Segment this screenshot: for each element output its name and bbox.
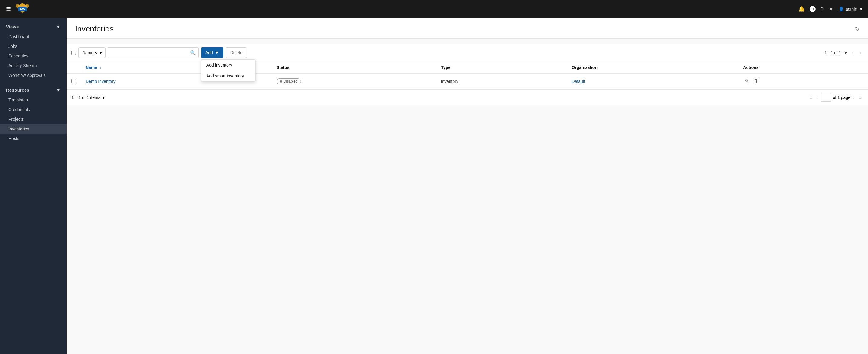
col-status-header: Status [272,62,436,73]
items-dropdown-icon[interactable]: ▼ [102,95,106,100]
col-checkbox [67,62,81,73]
awx-logo: AWX [16,2,29,16]
sidebar-views-chevron: ▼ [56,24,61,29]
sidebar-item-jobs[interactable]: Jobs [0,41,67,51]
filter-select-wrapper: Name ▼ [79,47,105,58]
help-icon[interactable]: ? [820,6,824,12]
add-dropdown-menu: Add inventory Add smart inventory [201,59,256,82]
edit-action-button[interactable]: ✎ [743,77,751,85]
settings-dropdown-icon[interactable]: ▼ [828,6,834,12]
filter-select[interactable]: Name [81,50,99,55]
sidebar-item-credentials[interactable]: Credentials [0,105,67,115]
search-button[interactable]: 🔍 [190,50,196,56]
notification-count[interactable]: 0 [810,6,816,12]
sidebar-item-label: Schedules [8,54,28,58]
next-page-button[interactable]: › [858,49,863,56]
status-dot-icon [280,80,282,83]
sidebar-item-activity-stream[interactable]: Activity Stream [0,61,67,70]
sidebar-item-label: Inventories [8,126,29,131]
delete-button[interactable]: Delete [226,47,247,58]
row-checkbox[interactable] [71,79,76,83]
sidebar-item-label: Jobs [8,44,18,49]
copy-action-button[interactable]: 🗍 [752,77,760,85]
svg-text:AWX: AWX [19,8,26,11]
organization-link[interactable]: Default [571,79,585,84]
footer-prev-button[interactable]: ‹ [815,94,819,101]
sidebar-views-section: Views ▼ Dashboard Jobs Schedules Activit… [0,18,67,82]
user-menu[interactable]: 👤 admin ▼ [839,7,863,11]
add-inventory-option[interactable]: Add inventory [202,60,255,70]
last-page-button[interactable]: » [858,94,863,101]
add-dropdown-container: Add ▼ Add inventory Add smart inventory [201,47,223,58]
status-badge: Disabled [277,78,301,85]
add-button[interactable]: Add ▼ [201,47,223,58]
footer-pagination: « ‹ 1 of 1 page › » [808,93,863,102]
items-count: 1 – 1 of 1 items [71,95,100,100]
inventory-type: Inventory [441,79,458,84]
inventories-table-container: Name ▼ 🔍 Add ▼ Add inventory [67,43,868,105]
table-footer: 1 – 1 of 1 items ▼ « ‹ 1 of 1 page › » [67,89,868,105]
content-header: Inventories ↻ [67,18,868,39]
toolbar-pagination: 1 - 1 of 1 ▼ ‹ › [825,49,863,56]
add-inventory-label: Add inventory [206,63,232,67]
sidebar-item-hosts[interactable]: Hosts [0,134,67,143]
search-input[interactable] [111,50,190,55]
sidebar-resources-header[interactable]: Resources ▼ [0,85,67,95]
row-status-cell: Disabled [272,73,436,89]
row-checkbox-cell [67,73,81,89]
user-icon: 👤 [839,7,844,11]
add-smart-inventory-option[interactable]: Add smart inventory [202,70,255,82]
inventories-table: Name ↑ Status Type Organization [67,62,868,89]
sidebar-item-label: Dashboard [8,34,29,39]
add-label: Add [206,50,213,55]
row-actions-cell: ✎ 🗍 [738,73,868,89]
inventory-name-link[interactable]: Demo Inventory [86,79,116,84]
username-label: admin [846,7,857,11]
sidebar-item-label: Projects [8,117,24,122]
notification-bell[interactable]: 🔔 [798,6,805,12]
row-type-cell: Inventory [436,73,567,89]
sidebar-resources-chevron: ▼ [56,88,61,93]
sidebar-item-dashboard[interactable]: Dashboard [0,32,67,41]
sidebar-item-projects[interactable]: Projects [0,115,67,124]
table-row: Demo Inventory Disabled Inventory [67,73,868,89]
search-input-wrapper: 🔍 [108,47,199,58]
topbar: ☰ AWX 🔔 0 ? ▼ 👤 admin ▼ [0,0,868,18]
sidebar-resources-label: Resources [6,88,29,93]
content-area: Inventories ↻ Name ▼ 🔍 [67,18,868,354]
refresh-button[interactable]: ↻ [855,26,860,32]
sidebar-item-label: Credentials [8,107,30,112]
logo: AWX [16,2,29,16]
footer-next-button[interactable]: › [852,94,856,101]
sidebar: Views ▼ Dashboard Jobs Schedules Activit… [0,18,67,354]
topbar-left: ☰ AWX [5,2,29,16]
table-toolbar: Name ▼ 🔍 Add ▼ Add inventory [67,43,868,62]
row-organization-cell: Default [567,73,738,89]
col-actions-header: Actions [738,62,868,73]
sidebar-item-templates[interactable]: Templates [0,95,67,105]
sidebar-views-header[interactable]: Views ▼ [0,22,67,32]
add-smart-inventory-label: Add smart inventory [206,73,244,78]
pagination-info: 1 - 1 of 1 [825,50,841,55]
first-page-button[interactable]: « [808,94,813,101]
sidebar-resources-section: Resources ▼ Templates Credentials Projec… [0,82,67,144]
main-layout: Views ▼ Dashboard Jobs Schedules Activit… [0,18,868,354]
name-sort-button[interactable]: Name ↑ [86,65,101,70]
sidebar-item-schedules[interactable]: Schedules [0,51,67,61]
page-title: Inventories [75,24,114,34]
user-menu-chevron: ▼ [859,7,863,11]
prev-page-button[interactable]: ‹ [850,49,855,56]
of-page-label: of 1 page [833,95,850,100]
select-all-checkbox[interactable] [71,51,76,55]
filter-chevron-icon: ▼ [99,50,103,55]
col-organization-header: Organization [567,62,738,73]
pagination-dropdown-icon[interactable]: ▼ [843,50,848,55]
sidebar-item-workflow-approvals[interactable]: Workflow Approvals [0,70,67,80]
hamburger-menu[interactable]: ☰ [5,4,12,13]
status-label: Disabled [283,79,298,84]
sidebar-item-label: Hosts [8,136,19,141]
col-type-header: Type [436,62,567,73]
sidebar-item-inventories[interactable]: Inventories [0,124,67,134]
page-number-input[interactable]: 1 [820,93,831,102]
sort-asc-icon: ↑ [99,66,101,70]
